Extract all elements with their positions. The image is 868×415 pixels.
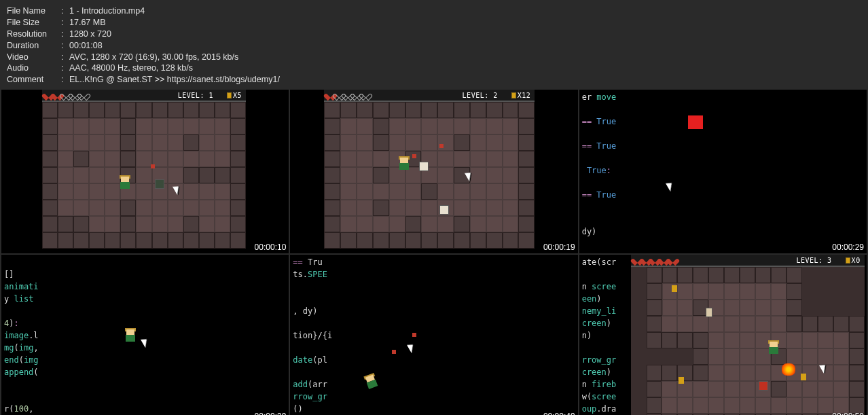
coin-icon [846, 257, 850, 264]
code-snippet: [] animati y list 4): image.l mg(img, en… [4, 256, 58, 415]
file-metadata: File Name:1 - Introduction.mp4 File Size… [0, 0, 868, 90]
fireball-sprite [782, 363, 795, 376]
level-label: LEVEL: 1 [178, 92, 213, 99]
dungeon-map [324, 102, 535, 239]
player-sprite [397, 158, 411, 171]
cursor-icon [668, 181, 674, 191]
timestamp: 00:00:10 [255, 242, 287, 252]
enemy-sprite [706, 308, 712, 317]
dungeon-map [631, 267, 865, 415]
code-snippet: ate(scr n scree een) nemy_li creen) n) r… [582, 256, 631, 415]
thumbnail-4: [] animati y list 4): image.l mg(img, en… [1, 255, 289, 415]
cursor-icon [821, 363, 828, 373]
item-dot [151, 164, 155, 168]
cursor-icon [467, 171, 473, 181]
hearts-6 [631, 256, 677, 264]
thumbnail-grid: LEVEL: 1 X5 00:00:10 LEVEL: 2 X12 [0, 90, 868, 415]
player-sprite [363, 374, 381, 391]
thumbnail-5: == Tru ts.SPEE , dy) tion}/{i date(pl ad… [290, 255, 577, 415]
thumbnail-2: LEVEL: 2 X12 00:00:19 [290, 90, 577, 253]
projectile-dot [392, 350, 396, 354]
code-snippet: er move == True == True True: == True dy… [582, 91, 633, 247]
projectile-dot [412, 333, 416, 337]
code-snippet: == Tru ts.SPEE , dy) tion}/{i date(pl ad… [293, 256, 347, 415]
coin-icon [511, 92, 516, 98]
thumbnail-3: er move == True == True True: == True dy… [579, 90, 867, 253]
coin-item [679, 377, 684, 384]
coin-item [801, 374, 806, 380]
item-dot [412, 154, 416, 158]
cursor-icon [175, 185, 181, 194]
enemy-sprite [439, 205, 449, 215]
thumbnail-1: LEVEL: 1 X5 00:00:10 [1, 90, 289, 253]
meta-key: File Name [7, 5, 61, 17]
player-sprite [124, 329, 137, 343]
cursor-icon [143, 338, 149, 347]
thumbnail-6: ate(scr n scree een) nemy_li creen) n) r… [579, 255, 867, 415]
hearts-2 [324, 91, 370, 99]
item-dot [439, 144, 444, 148]
enemy-sprite [419, 162, 429, 171]
coin-icon [227, 92, 232, 98]
cursor-icon [409, 343, 416, 353]
coin-counter: X5 [227, 92, 242, 99]
dungeon-map [42, 102, 246, 239]
hearts-1 [42, 91, 88, 99]
red-square-sprite [688, 115, 703, 129]
coin-item [672, 285, 677, 292]
enemy-sprite [155, 179, 164, 189]
player-sprite [767, 342, 780, 355]
enemy-sprite [759, 381, 768, 391]
player-sprite [118, 177, 132, 190]
